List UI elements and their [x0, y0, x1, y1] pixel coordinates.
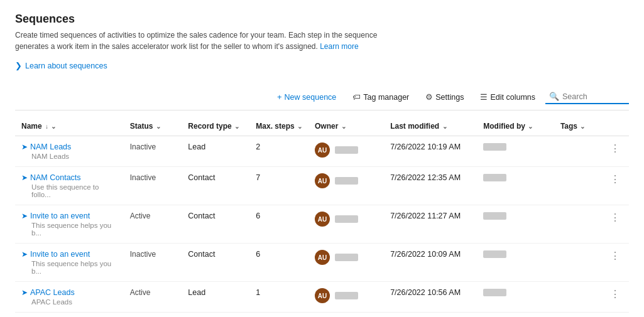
sequence-subtitle: This sequence helps you b...	[21, 260, 117, 275]
table-row: ➤ Invite to an event This sequence helps…	[15, 205, 629, 244]
avatar: AU	[315, 288, 330, 303]
avatar: AU	[315, 250, 330, 265]
link-arrow-icon: ➤	[21, 142, 28, 151]
modified-by-name	[483, 289, 506, 296]
col-owner: Owner ⌄	[308, 117, 384, 136]
max-steps-cell: 6	[249, 205, 308, 244]
col-last-modified: Last modified ⌄	[384, 117, 477, 136]
settings-icon: ⚙	[425, 92, 433, 102]
sequence-name-link[interactable]: ➤ NAM Contacts	[21, 173, 117, 182]
record-type-cell: Contact	[182, 244, 249, 282]
sequence-name-link[interactable]: ➤ APAC Leads	[21, 288, 117, 297]
last-modified-cell: 7/26/2022 11:27 AM	[384, 205, 477, 244]
status-cell: Inactive	[124, 136, 182, 167]
sequence-subtitle: APAC Leads	[21, 298, 117, 306]
last-modified-cell: 7/26/2022 10:09 AM	[384, 244, 477, 282]
table-row: ➤ APAC Leads APAC Leads ActiveLead1 AU 7…	[15, 282, 629, 313]
tags-filter-icon[interactable]: ⌄	[580, 123, 585, 130]
edit-columns-button[interactable]: ☰ Edit columns	[474, 89, 542, 105]
max-steps-cell: 7	[249, 167, 308, 205]
modified-by-cell	[477, 205, 554, 244]
col-options	[601, 117, 629, 136]
owner-cell: AU	[308, 167, 384, 205]
sequence-subtitle: NAM Leads	[21, 153, 117, 160]
sort-icon[interactable]: ↓	[45, 123, 48, 130]
sequence-subtitle: This sequence helps you b...	[21, 222, 117, 237]
filter-icon[interactable]: ⌄	[51, 123, 56, 130]
learn-about-sequences[interactable]: ❯ Learn about sequences	[15, 61, 629, 70]
avatar: AU	[315, 173, 330, 188]
last-mod-filter-icon[interactable]: ⌄	[442, 123, 447, 130]
tags-cell	[554, 205, 601, 244]
row-options-cell: ⋮	[601, 205, 629, 244]
col-record-type: Record type ⌄	[182, 117, 249, 136]
owner-name	[335, 254, 358, 261]
modified-by-cell	[477, 244, 554, 282]
max-steps-cell: 6	[249, 244, 308, 282]
sequence-name-link[interactable]: ➤ Invite to an event	[21, 250, 117, 259]
tags-cell	[554, 282, 601, 313]
row-options-cell: ⋮	[601, 244, 629, 282]
max-steps-cell: 1	[249, 282, 308, 313]
col-modified-by: Modified by ⌄	[477, 117, 554, 136]
more-options-icon[interactable]: ⋮	[608, 250, 623, 261]
page-title: Sequences	[15, 13, 629, 26]
chevron-right-icon: ❯	[15, 61, 22, 70]
learn-more-link[interactable]: Learn more	[320, 42, 358, 51]
status-cell: Active	[124, 205, 182, 244]
more-options-icon[interactable]: ⋮	[608, 174, 623, 185]
search-input[interactable]	[562, 92, 625, 101]
sequence-name-link[interactable]: ➤ NAM Leads	[21, 142, 117, 151]
more-options-icon[interactable]: ⋮	[608, 289, 623, 299]
sequence-name-link[interactable]: ➤ Invite to an event	[21, 212, 117, 220]
search-box: 🔍	[545, 90, 629, 104]
sequences-table: Name ↓ ⌄ Status ⌄ Record type ⌄ Max. ste…	[15, 117, 629, 313]
col-tags: Tags ⌄	[554, 117, 601, 136]
row-options-cell: ⋮	[601, 167, 629, 205]
owner-name	[335, 215, 358, 223]
modified-by-cell	[477, 136, 554, 167]
sequence-subtitle: Use this sequence to follo...	[21, 183, 117, 198]
record-type-cell: Lead	[182, 282, 249, 313]
mod-by-filter-icon[interactable]: ⌄	[528, 123, 533, 130]
tags-cell	[554, 244, 601, 282]
table-row: ➤ NAM Contacts Use this sequence to foll…	[15, 167, 629, 205]
col-status: Status ⌄	[124, 117, 182, 136]
modified-by-name	[483, 212, 506, 220]
last-modified-cell: 7/26/2022 10:19 AM	[384, 136, 477, 167]
owner-cell: AU	[308, 205, 384, 244]
avatar: AU	[315, 212, 330, 227]
owner-cell: AU	[308, 244, 384, 282]
col-max-steps: Max. steps ⌄	[249, 117, 308, 136]
more-options-icon[interactable]: ⋮	[608, 143, 623, 154]
record-filter-icon[interactable]: ⌄	[234, 123, 239, 130]
modified-by-cell	[477, 282, 554, 313]
modified-by-name	[483, 174, 506, 181]
status-cell: Inactive	[124, 244, 182, 282]
page-subtitle: Create timed sequences of activities to …	[15, 30, 392, 52]
record-type-cell: Contact	[182, 167, 249, 205]
link-arrow-icon: ➤	[21, 288, 28, 297]
plus-icon: +	[277, 92, 282, 102]
link-arrow-icon: ➤	[21, 212, 28, 220]
settings-button[interactable]: ⚙ Settings	[419, 89, 470, 105]
modified-by-name	[483, 250, 506, 258]
tags-cell	[554, 136, 601, 167]
max-steps-cell: 2	[249, 136, 308, 167]
table-row: ➤ NAM Leads NAM Leads InactiveLead2 AU 7…	[15, 136, 629, 167]
owner-filter-icon[interactable]: ⌄	[341, 123, 346, 130]
table-header-row: Name ↓ ⌄ Status ⌄ Record type ⌄ Max. ste…	[15, 117, 629, 136]
row-options-cell: ⋮	[601, 282, 629, 313]
tag-manager-button[interactable]: 🏷 Tag manager	[346, 89, 415, 105]
status-cell: Active	[124, 282, 182, 313]
owner-cell: AU	[308, 282, 384, 313]
more-options-icon[interactable]: ⋮	[608, 212, 623, 223]
avatar: AU	[315, 142, 330, 158]
status-filter-icon[interactable]: ⌄	[156, 123, 161, 130]
steps-filter-icon[interactable]: ⌄	[297, 123, 302, 130]
new-sequence-button[interactable]: + New sequence	[271, 89, 342, 105]
owner-cell: AU	[308, 136, 384, 167]
last-modified-cell: 7/26/2022 12:35 AM	[384, 167, 477, 205]
link-arrow-icon: ➤	[21, 173, 28, 182]
modified-by-cell	[477, 167, 554, 205]
